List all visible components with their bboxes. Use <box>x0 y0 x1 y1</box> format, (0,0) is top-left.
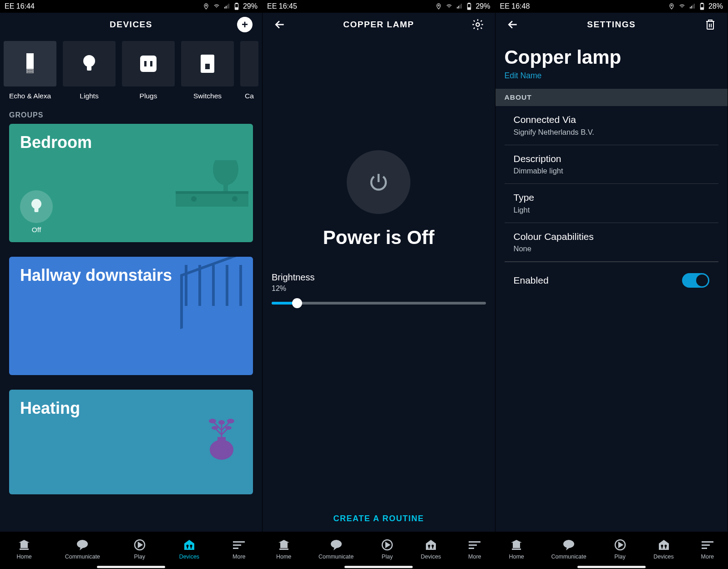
devices-icon <box>657 539 670 551</box>
battery-icon <box>234 3 239 10</box>
nav-play[interactable]: Play <box>133 539 146 560</box>
row-type[interactable]: Type Light <box>505 184 719 223</box>
nav-home[interactable]: Home <box>16 539 31 560</box>
chat-icon <box>562 539 575 551</box>
svg-point-59 <box>331 540 342 548</box>
nav-more[interactable]: More <box>701 539 714 560</box>
enabled-toggle[interactable] <box>682 273 709 288</box>
nav-label: Play <box>382 554 393 560</box>
row-colour-capabilities[interactable]: Colour Capabilities None <box>505 223 719 262</box>
carrier-label: EE <box>500 2 510 10</box>
svg-rect-71 <box>693 5 693 9</box>
nav-devices[interactable]: Devices <box>421 539 441 560</box>
more-icon <box>701 539 714 551</box>
svg-rect-67 <box>469 548 474 549</box>
svg-rect-1 <box>224 7 225 9</box>
settings-button[interactable] <box>470 16 486 33</box>
category-label: Switches <box>193 92 222 100</box>
vase-illustration <box>201 410 242 460</box>
svg-rect-47 <box>233 544 241 546</box>
category-switches[interactable]: Switches <box>181 41 234 100</box>
svg-point-14 <box>30 72 30 73</box>
group-card-bedroom[interactable]: Bedroom Off <box>9 124 253 242</box>
category-label: Echo & Alexa <box>9 92 51 100</box>
nav-label: Devices <box>179 554 199 560</box>
home-icon <box>18 539 30 551</box>
home-indicator[interactable] <box>97 566 165 568</box>
row-value: Light <box>514 206 710 214</box>
echo-icon <box>24 52 36 75</box>
nav-play[interactable]: Play <box>381 539 394 560</box>
add-button[interactable]: + <box>237 17 253 32</box>
row-description[interactable]: Description Dimmable light <box>505 145 719 184</box>
nav-more[interactable]: More <box>468 539 481 560</box>
create-routine-button[interactable]: CREATE A ROUTINE <box>263 514 495 523</box>
nav-label: Home <box>276 554 291 560</box>
nav-communicate[interactable]: Communicate <box>65 539 100 560</box>
svg-rect-20 <box>150 61 152 66</box>
svg-rect-27 <box>176 191 248 194</box>
bottom-nav: Home Communicate Play Devices More <box>0 532 262 569</box>
back-button[interactable] <box>505 16 521 33</box>
nav-devices[interactable]: Devices <box>653 539 673 560</box>
power-button[interactable] <box>347 150 410 214</box>
svg-point-28 <box>191 196 197 202</box>
play-icon <box>381 539 394 551</box>
category-plugs[interactable]: Plugs <box>122 41 175 100</box>
more-icon <box>468 539 481 551</box>
category-echo[interactable]: Echo & Alexa <box>4 41 56 100</box>
category-partial[interactable]: Ca <box>240 41 258 100</box>
slider-thumb[interactable] <box>292 298 302 308</box>
back-button[interactable] <box>272 16 288 33</box>
devices-icon <box>183 539 196 551</box>
svg-rect-84 <box>702 541 713 543</box>
clock-label: 16:45 <box>279 2 297 10</box>
wifi-icon <box>213 3 220 10</box>
svg-rect-75 <box>701 8 703 10</box>
svg-point-68 <box>671 5 672 6</box>
chat-icon <box>330 539 343 551</box>
svg-rect-51 <box>459 6 460 9</box>
nav-communicate[interactable]: Communicate <box>318 539 354 560</box>
nav-home[interactable]: Home <box>509 539 524 560</box>
group-card-heating[interactable]: Heating <box>9 390 253 494</box>
svg-point-34 <box>212 426 218 430</box>
brightness-slider[interactable] <box>272 302 486 305</box>
status-bar: EE 16:45 29% <box>263 0 495 13</box>
svg-rect-69 <box>690 7 691 9</box>
svg-rect-48 <box>233 548 238 549</box>
nav-home[interactable]: Home <box>276 539 291 560</box>
svg-point-13 <box>28 72 29 73</box>
nav-communicate[interactable]: Communicate <box>551 539 586 560</box>
category-lights[interactable]: Lights <box>63 41 116 100</box>
nav-devices[interactable]: Devices <box>179 539 199 560</box>
edit-name-link[interactable]: Edit Name <box>495 71 728 89</box>
home-indicator[interactable] <box>344 566 413 568</box>
status-bar: EE 16:48 28% <box>495 0 728 13</box>
nav-label: More <box>468 554 481 560</box>
nav-play[interactable]: Play <box>614 539 627 560</box>
row-key: Type <box>514 192 710 203</box>
group-power-button[interactable]: Off <box>20 190 53 234</box>
svg-point-30 <box>31 199 41 209</box>
svg-rect-50 <box>457 7 458 9</box>
groups-list[interactable]: Bedroom Off Hallway downstairs <box>0 124 262 569</box>
svg-rect-85 <box>702 544 710 546</box>
category-label: Ca <box>245 92 254 100</box>
brightness-label: Brightness <box>272 272 486 283</box>
nav-label: Devices <box>421 554 441 560</box>
nav-label: Play <box>614 554 625 560</box>
nav-more[interactable]: More <box>233 539 245 560</box>
svg-rect-17 <box>87 66 91 71</box>
home-indicator[interactable] <box>577 566 646 568</box>
groups-heading: GROUPS <box>0 100 262 124</box>
brightness-value: 12% <box>272 284 486 293</box>
row-connected-via[interactable]: Connected Via Signify Netherlands B.V. <box>505 106 719 145</box>
svg-rect-65 <box>469 541 480 543</box>
group-card-hallway[interactable]: Hallway downstairs <box>9 257 253 375</box>
status-right: 29% <box>203 2 258 10</box>
device-categories[interactable]: Echo & Alexa Lights Plugs Switches Ca <box>0 36 262 100</box>
delete-button[interactable] <box>702 16 718 33</box>
svg-rect-45 <box>191 546 192 549</box>
svg-rect-63 <box>429 546 430 549</box>
